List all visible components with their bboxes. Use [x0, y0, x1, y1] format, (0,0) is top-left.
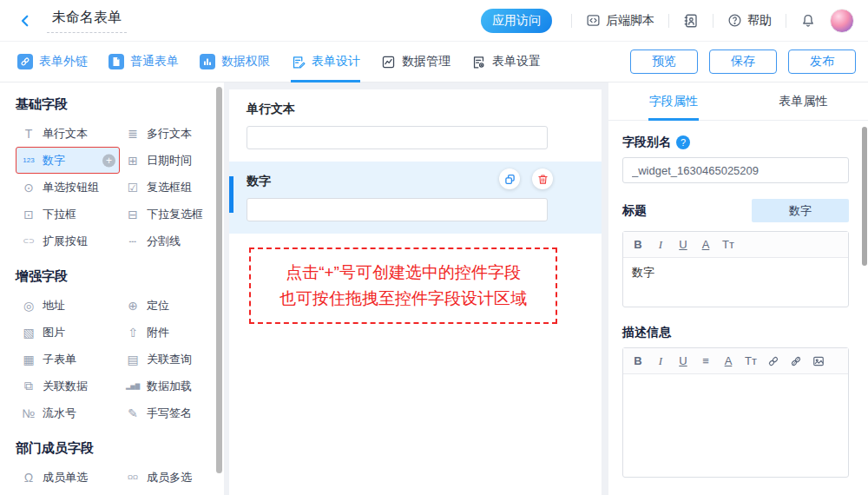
underline-button[interactable]: U [672, 238, 694, 251]
dropdown-icon: ⊡ [20, 208, 37, 221]
field-item-divider-line[interactable]: ┄分割线 [120, 228, 210, 254]
bold-button[interactable]: B [627, 354, 649, 367]
tab-normal-form[interactable]: 普通表单 [108, 42, 179, 82]
align-button[interactable]: ≡ [694, 354, 717, 367]
field-item-attachment[interactable]: ⇧附件 [120, 319, 210, 346]
font-size-button[interactable]: Tт [740, 354, 762, 367]
italic-button[interactable]: I [649, 354, 672, 368]
notifications-button[interactable] [800, 13, 816, 29]
address-book-button[interactable] [683, 13, 699, 29]
duplicate-field-button[interactable] [499, 168, 520, 189]
image-icon [812, 355, 825, 367]
hint-text-line-1: 点击“+”号可创建选中的控件字段 [253, 260, 554, 286]
divider [571, 14, 572, 28]
field-item-label: 单选按钮组 [43, 180, 99, 195]
field-item-extend-button[interactable]: ⊂⊃扩展按钮 [16, 228, 120, 254]
alias-help-icon[interactable]: ? [676, 135, 690, 149]
help-label: 帮助 [747, 13, 772, 29]
publish-button[interactable]: 发布 [788, 50, 856, 74]
canvas-field-single-line-text[interactable]: 单行文本 [229, 89, 602, 162]
field-item-dropdown[interactable]: ⊡下拉框 [16, 201, 120, 228]
field-item-datetime[interactable]: ⊞日期时间 [120, 147, 210, 174]
section-title-enhanced-fields: 增强字段 [16, 268, 212, 285]
field-item-multi-line-text[interactable]: ≣多行文本 [120, 120, 210, 147]
field-item-dropdown-multi[interactable]: ⊟下拉复选框 [120, 201, 210, 228]
tab-data-permission[interactable]: 数据权限 [200, 42, 270, 82]
link-icon [767, 355, 779, 367]
field-item-radio-group[interactable]: ⊙单选按钮组 [16, 174, 120, 201]
tab-form-design[interactable]: 表单设计 [291, 42, 360, 82]
field-item-label: 成员单选 [43, 470, 88, 485]
data-load-chart-icon: ▂▅▇ [124, 383, 141, 390]
bell-icon [800, 13, 816, 29]
tab-field-properties[interactable]: 字段属性 [608, 82, 739, 120]
single-line-text-input[interactable] [247, 126, 548, 149]
tab-data-management[interactable]: 数据管理 [381, 42, 450, 82]
field-item-label: 复选框组 [147, 180, 192, 195]
field-item-handwritten-signature[interactable]: ✎手写签名 [120, 399, 210, 426]
field-alias-input[interactable] [622, 157, 849, 183]
form-title[interactable]: 未命名表单 [47, 9, 127, 33]
font-size-button[interactable]: Tт [717, 238, 740, 251]
form-design-icon [291, 55, 306, 69]
number-input[interactable] [247, 198, 548, 221]
preview-button[interactable]: 预览 [630, 50, 698, 74]
form-designer-page: 未命名表单 应用访问 后端脚本 帮助 [0, 0, 868, 495]
divider [713, 14, 713, 28]
remove-link-button[interactable] [785, 355, 807, 367]
tab-form-properties[interactable]: 表单属性 [739, 82, 868, 120]
add-field-plus-button[interactable]: + [102, 154, 115, 167]
address-book-icon [683, 13, 699, 29]
field-item-number[interactable]: 123数字+ [16, 147, 120, 174]
field-item-label: 单行文本 [43, 126, 88, 142]
app-access-button[interactable]: 应用访问 [481, 9, 552, 33]
canvas-field-number[interactable]: 数字 [229, 162, 602, 234]
field-item-label: 关联数据 [43, 379, 88, 394]
tab-label: 普通表单 [130, 54, 179, 69]
field-item-geolocation[interactable]: ⊕定位 [120, 292, 210, 319]
field-item-address[interactable]: ◎地址 [16, 292, 120, 319]
title-editor-content[interactable]: 数字 [623, 258, 848, 307]
field-item-single-line-text[interactable]: T单行文本 [16, 120, 120, 147]
field-item-department-single[interactable]: ▣部门单选 [16, 491, 120, 495]
underline-button[interactable]: U [672, 354, 694, 367]
person-icon: Ω [20, 471, 37, 485]
sidebar-scrollbar[interactable] [216, 87, 222, 473]
field-item-member-single[interactable]: Ω成员单选 [16, 464, 120, 491]
field-item-label: 定位 [147, 298, 169, 314]
tab-form-settings[interactable]: 表单设置 [471, 42, 541, 82]
description-editor-content[interactable] [623, 374, 848, 477]
font-color-button[interactable]: A [717, 354, 740, 367]
hint-text-line-2: 也可按住拖拽至控件字段设计区域 [253, 286, 554, 312]
bold-button[interactable]: B [627, 238, 649, 251]
help-button[interactable]: 帮助 [727, 13, 772, 29]
tab-label: 表单设置 [492, 54, 541, 69]
field-item-related-data[interactable]: ⧉关联数据 [16, 373, 120, 399]
field-item-label: 日期时间 [147, 153, 192, 168]
upload-icon: ⇧ [124, 326, 141, 340]
panel-scrollbar[interactable] [862, 127, 867, 266]
field-item-department-multi[interactable]: ▣部门多选 [120, 491, 210, 495]
insert-link-button[interactable] [762, 355, 785, 367]
backend-script-button[interactable]: 后端脚本 [586, 13, 654, 29]
back-button[interactable] [14, 10, 36, 32]
user-avatar[interactable] [830, 9, 854, 33]
dropdown-check-icon: ⊟ [124, 208, 141, 221]
field-item-data-load[interactable]: ▂▅▇数据加载 [120, 373, 210, 399]
save-button[interactable]: 保存 [709, 50, 777, 74]
field-item-member-multi[interactable]: ΩΩ成员多选 [120, 464, 210, 491]
font-color-button[interactable]: A [694, 238, 717, 251]
tab-label: 表单设计 [312, 54, 360, 69]
insert-image-button[interactable] [807, 355, 830, 367]
field-item-checkbox-group[interactable]: ☑复选框组 [120, 174, 210, 201]
italic-button[interactable]: I [649, 238, 672, 252]
field-item-label: 图片 [43, 325, 65, 340]
delete-field-button[interactable] [532, 168, 553, 189]
field-item-image[interactable]: ▧图片 [16, 319, 120, 346]
pill-button-icon: ⊂⊃ [20, 237, 37, 245]
field-item-related-query[interactable]: ▤关联查询 [120, 346, 210, 373]
tab-form-external-link[interactable]: 表单外链 [17, 42, 88, 82]
copy-icon [504, 174, 516, 185]
field-item-subform[interactable]: ▦子表单 [16, 346, 120, 373]
field-item-serial-number[interactable]: №流水号 [16, 399, 120, 426]
